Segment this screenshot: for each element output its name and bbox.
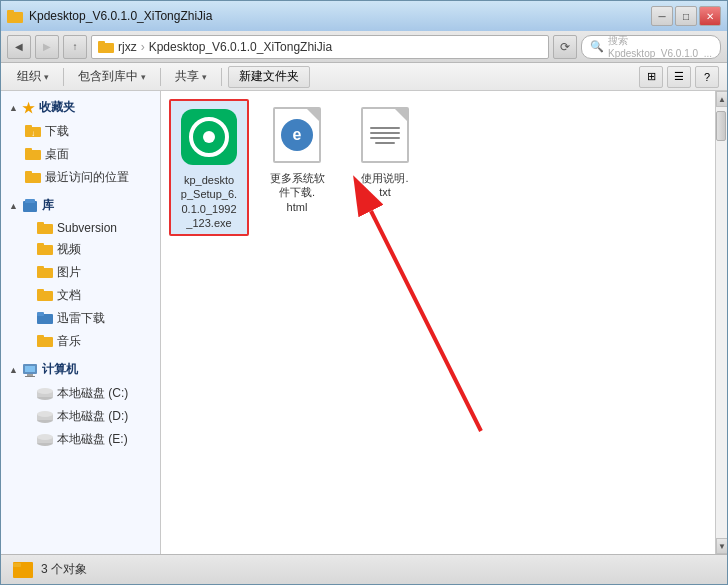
svg-text:↓: ↓ xyxy=(31,129,35,138)
sidebar-item-desktop-label: 桌面 xyxy=(45,146,69,163)
library-label: 包含到库中 xyxy=(78,68,138,85)
thunder-folder-icon xyxy=(37,312,53,325)
kp-icon-dot xyxy=(203,131,215,143)
share-label: 共享 xyxy=(175,68,199,85)
back-button[interactable]: ◀ xyxy=(7,35,31,59)
sidebar-item-computer-label: 计算机 xyxy=(42,361,78,378)
refresh-button[interactable]: ⟳ xyxy=(553,35,577,59)
sidebar-item-music[interactable]: 音乐 xyxy=(1,330,160,353)
svg-rect-22 xyxy=(37,312,44,316)
kp-icon-ring xyxy=(189,117,229,157)
breadcrumb[interactable]: rjxz › Kpdesktop_V6.0.1.0_XiTongZhiJia xyxy=(91,35,549,59)
breadcrumb-sep: › xyxy=(141,40,145,54)
music-folder-icon xyxy=(37,335,53,348)
library-triangle: ▲ xyxy=(9,201,18,211)
breadcrumb-path1: rjxz xyxy=(118,40,137,54)
svg-rect-24 xyxy=(37,335,44,339)
sidebar-item-subversion-label: Subversion xyxy=(57,221,117,235)
svg-rect-12 xyxy=(25,199,35,203)
svg-point-31 xyxy=(37,388,53,394)
sidebar-item-document-label: 文档 xyxy=(57,287,81,304)
help-button[interactable]: ? xyxy=(695,66,719,88)
html-file-icon: e xyxy=(273,107,321,163)
sidebar-section-favorites: ▲ ★ 收藏夹 ↓ 下载 桌面 xyxy=(1,95,160,189)
file-grid: kp_desktop_Setup_6.0.1.0_1992_123.exe e … xyxy=(169,99,707,236)
sidebar-item-recent-label: 最近访问的位置 xyxy=(45,169,129,186)
view-toggle-button[interactable]: ⊞ xyxy=(639,66,663,88)
sidebar-item-picture-label: 图片 xyxy=(57,264,81,281)
picture-folder-icon xyxy=(37,266,53,279)
sidebar-item-disk-e[interactable]: 本地磁盘 (E:) xyxy=(1,428,160,451)
toolbar-sep-3 xyxy=(221,68,222,86)
status-count: 3 个对象 xyxy=(41,561,87,578)
search-box[interactable]: 🔍 搜索 Kpdesktop_V6.0.1.0_... xyxy=(581,35,721,59)
sidebar-item-disk-d-label: 本地磁盘 (D:) xyxy=(57,408,128,425)
kp-app-icon xyxy=(181,109,237,165)
organize-button[interactable]: 组织 ▾ xyxy=(9,66,57,88)
forward-button[interactable]: ▶ xyxy=(35,35,59,59)
sidebar-item-video[interactable]: 视频 xyxy=(1,238,160,261)
share-button[interactable]: 共享 ▾ xyxy=(167,66,215,88)
sidebar-section-library: ▲ 库 Subversion xyxy=(1,193,160,353)
sidebar-item-picture[interactable]: 图片 xyxy=(1,261,160,284)
organize-label: 组织 xyxy=(17,68,41,85)
svg-rect-3 xyxy=(98,41,105,45)
sidebar-section-computer: ▲ 计算机 本地磁盘 (C:) xyxy=(1,357,160,451)
list-item[interactable]: kp_desktop_Setup_6.0.1.0_1992_123.exe xyxy=(169,99,249,236)
svg-rect-18 xyxy=(37,266,44,270)
sidebar-item-document[interactable]: 文档 xyxy=(1,284,160,307)
title-bar: Kpdesktop_V6.0.1.0_XiTongZhiJia ─ □ ✕ xyxy=(1,1,727,31)
address-bar: ◀ ▶ ↑ rjxz › Kpdesktop_V6.0.1.0_XiTongZh… xyxy=(1,31,727,63)
minimize-button[interactable]: ─ xyxy=(651,6,673,26)
sidebar-item-subversion[interactable]: Subversion xyxy=(1,218,160,238)
library-icon xyxy=(22,199,38,213)
ie-icon: e xyxy=(281,119,313,151)
content-area: ▲ ★ 收藏夹 ↓ 下载 桌面 xyxy=(1,91,727,554)
toolbar: 组织 ▾ 包含到库中 ▾ 共享 ▾ 新建文件夹 ⊞ ☰ ? xyxy=(1,63,727,91)
recent-folder-icon xyxy=(25,171,41,184)
svg-rect-14 xyxy=(37,222,44,226)
sidebar-item-disk-d[interactable]: 本地磁盘 (D:) xyxy=(1,405,160,428)
sidebar-item-download[interactable]: ↓ 下载 xyxy=(1,120,160,143)
search-icon: 🔍 xyxy=(590,40,604,53)
sidebar-header-library[interactable]: ▲ 库 xyxy=(1,193,160,218)
list-item[interactable]: 使用说明.txt xyxy=(345,99,425,236)
up-button[interactable]: ↑ xyxy=(63,35,87,59)
svg-rect-28 xyxy=(25,376,35,377)
sidebar-item-disk-e-label: 本地磁盘 (E:) xyxy=(57,431,128,448)
scroll-thumb[interactable] xyxy=(716,111,726,141)
maximize-button[interactable]: □ xyxy=(675,6,697,26)
new-folder-button[interactable]: 新建文件夹 xyxy=(228,66,310,88)
sidebar-item-disk-c[interactable]: 本地磁盘 (C:) xyxy=(1,382,160,405)
status-bar: 3 个对象 xyxy=(1,554,727,584)
title-bar-buttons: ─ □ ✕ xyxy=(651,6,721,26)
sidebar-header-favorites[interactable]: ▲ ★ 收藏夹 xyxy=(1,95,160,120)
sidebar-item-thunder[interactable]: 迅雷下载 xyxy=(1,307,160,330)
scroll-down-button[interactable]: ▼ xyxy=(716,538,727,554)
favorites-triangle: ▲ xyxy=(9,103,18,113)
sidebar-item-desktop[interactable]: 桌面 xyxy=(1,143,160,166)
scroll-up-button[interactable]: ▲ xyxy=(716,91,727,107)
list-item[interactable]: e 更多系统软件下载.html xyxy=(257,99,337,236)
close-button[interactable]: ✕ xyxy=(699,6,721,26)
txt-line-1 xyxy=(370,127,400,129)
file-name-exe: kp_desktop_Setup_6.0.1.0_1992_123.exe xyxy=(181,173,237,230)
share-arrow: ▾ xyxy=(202,72,207,82)
window: Kpdesktop_V6.0.1.0_XiTongZhiJia ─ □ ✕ ◀ … xyxy=(0,0,728,585)
scroll-track[interactable] xyxy=(716,107,727,538)
svg-rect-20 xyxy=(37,289,44,293)
sidebar-header-computer[interactable]: ▲ 计算机 xyxy=(1,357,160,382)
organize-arrow: ▾ xyxy=(44,72,49,82)
view-list-button[interactable]: ☰ xyxy=(667,66,691,88)
html-icon-container: e xyxy=(265,103,329,167)
scrollbar[interactable]: ▲ ▼ xyxy=(715,91,727,554)
video-folder-icon xyxy=(37,243,53,256)
toolbar-sep-1 xyxy=(63,68,64,86)
sidebar-item-download-label: 下载 xyxy=(45,123,69,140)
sidebar-item-recent[interactable]: 最近访问的位置 xyxy=(1,166,160,189)
sidebar-item-thunder-label: 迅雷下载 xyxy=(57,310,105,327)
txt-file-icon xyxy=(361,107,409,163)
file-name-html: 更多系统软件下载.html xyxy=(270,171,325,214)
svg-point-34 xyxy=(37,411,53,417)
library-button[interactable]: 包含到库中 ▾ xyxy=(70,66,154,88)
